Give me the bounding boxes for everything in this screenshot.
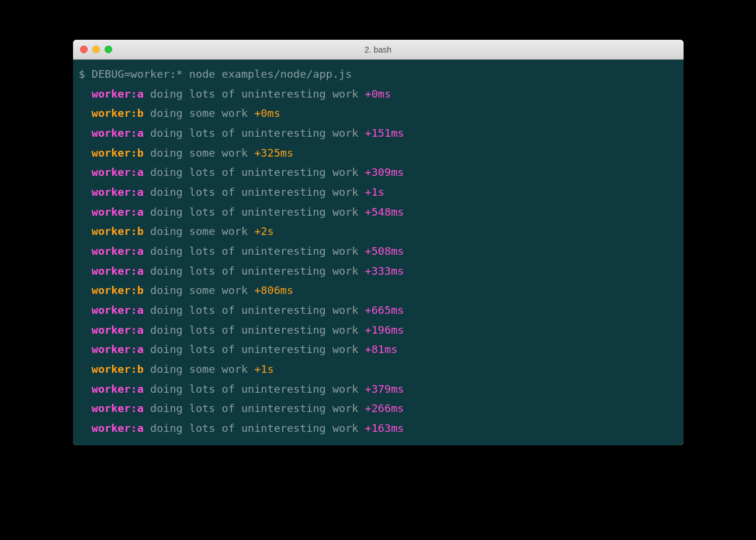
command-line: $ DEBUG=worker:* node examples/node/app.… (79, 64, 678, 84)
debug-elapsed: +0ms (254, 107, 280, 119)
debug-message: doing lots of uninteresting work (150, 88, 358, 100)
debug-namespace: worker:b (92, 147, 144, 159)
debug-namespace: worker:a (92, 383, 144, 395)
debug-elapsed: +806ms (254, 284, 293, 296)
log-line: worker:a doing lots of uninteresting wor… (79, 162, 678, 182)
debug-namespace: worker:b (92, 284, 144, 296)
debug-elapsed: +379ms (365, 383, 404, 395)
close-icon[interactable] (80, 46, 88, 53)
log-line: worker:a doing lots of uninteresting wor… (79, 261, 678, 281)
debug-namespace: worker:a (92, 88, 144, 100)
debug-message: doing some work (150, 284, 248, 296)
debug-namespace: worker:a (92, 206, 144, 218)
debug-elapsed: +1s (254, 363, 273, 375)
titlebar[interactable]: 2. bash (73, 40, 684, 60)
debug-elapsed: +163ms (365, 422, 404, 434)
log-line: worker:a doing lots of uninteresting wor… (79, 399, 678, 418)
debug-message: doing lots of uninteresting work (150, 324, 358, 336)
debug-namespace: worker:b (92, 107, 144, 119)
debug-namespace: worker:a (92, 127, 144, 139)
debug-namespace: worker:a (92, 304, 144, 316)
debug-namespace: worker:a (92, 402, 144, 414)
debug-message: doing some work (150, 107, 248, 119)
debug-namespace: worker:a (92, 186, 144, 198)
debug-message: doing lots of uninteresting work (150, 206, 358, 218)
debug-elapsed: +548ms (365, 206, 404, 218)
log-line: worker:b doing some work +325ms (79, 143, 678, 163)
debug-message: doing lots of uninteresting work (150, 422, 358, 434)
prompt: $ (79, 68, 92, 80)
log-line: worker:b doing some work +806ms (79, 281, 678, 300)
log-line: worker:a doing lots of uninteresting wor… (79, 340, 678, 359)
log-line: worker:a doing lots of uninteresting wor… (79, 300, 678, 320)
command-text: DEBUG=worker:* node examples/node/app.js (92, 68, 352, 80)
debug-namespace: worker:a (92, 245, 144, 257)
debug-message: doing lots of uninteresting work (150, 383, 358, 395)
debug-elapsed: +266ms (365, 402, 404, 414)
debug-message: doing lots of uninteresting work (150, 245, 358, 257)
terminal-body[interactable]: $ DEBUG=worker:* node examples/node/app.… (73, 60, 684, 445)
debug-namespace: worker:a (92, 265, 144, 277)
debug-elapsed: +508ms (365, 245, 404, 257)
debug-message: doing some work (150, 225, 248, 237)
window-controls (73, 46, 112, 53)
log-line: worker:a doing lots of uninteresting wor… (79, 84, 678, 104)
log-line: worker:a doing lots of uninteresting wor… (79, 202, 678, 222)
debug-message: doing lots of uninteresting work (150, 343, 358, 355)
log-line: worker:b doing some work +2s (79, 221, 678, 241)
maximize-icon[interactable] (105, 46, 112, 53)
debug-namespace: worker:a (92, 166, 144, 178)
debug-message: doing lots of uninteresting work (150, 166, 358, 178)
debug-elapsed: +2s (254, 225, 273, 237)
minimize-icon[interactable] (92, 46, 100, 53)
log-line: worker:a doing lots of uninteresting wor… (79, 182, 678, 202)
debug-message: doing some work (150, 363, 248, 375)
debug-elapsed: +1s (365, 186, 384, 198)
debug-elapsed: +151ms (365, 127, 404, 139)
log-line: worker:a doing lots of uninteresting wor… (79, 320, 678, 340)
log-line: worker:a doing lots of uninteresting wor… (79, 379, 678, 399)
log-line: worker:b doing some work +0ms (79, 103, 678, 123)
log-line: worker:a doing lots of uninteresting wor… (79, 241, 678, 261)
log-line: worker:a doing lots of uninteresting wor… (79, 123, 678, 143)
debug-namespace: worker:a (92, 422, 144, 434)
log-line: worker:a doing lots of uninteresting wor… (79, 418, 678, 438)
window-title: 2. bash (73, 45, 684, 54)
debug-message: doing lots of uninteresting work (150, 186, 358, 198)
debug-message: doing lots of uninteresting work (150, 304, 358, 316)
debug-message: doing some work (150, 147, 248, 159)
debug-message: doing lots of uninteresting work (150, 265, 358, 277)
debug-namespace: worker:a (92, 324, 144, 336)
debug-namespace: worker:b (92, 363, 144, 375)
debug-message: doing lots of uninteresting work (150, 402, 358, 414)
terminal-window: 2. bash $ DEBUG=worker:* node examples/n… (73, 40, 684, 445)
debug-elapsed: +0ms (365, 88, 391, 100)
debug-message: doing lots of uninteresting work (150, 127, 358, 139)
debug-elapsed: +196ms (365, 324, 404, 336)
debug-namespace: worker:b (92, 225, 144, 237)
log-line: worker:b doing some work +1s (79, 359, 678, 379)
debug-elapsed: +309ms (365, 166, 404, 178)
debug-elapsed: +665ms (365, 304, 404, 316)
debug-elapsed: +333ms (365, 265, 404, 277)
debug-elapsed: +325ms (254, 147, 293, 159)
debug-elapsed: +81ms (365, 343, 398, 355)
debug-namespace: worker:a (92, 343, 144, 355)
